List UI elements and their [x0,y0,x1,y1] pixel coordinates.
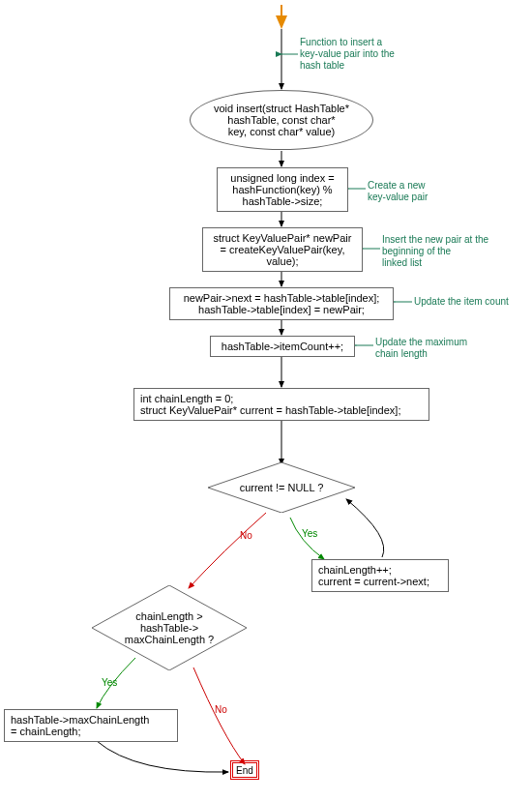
node-incr: hashTable->itemCount++; [210,336,355,357]
node-incr-text: hashTable->itemCount++; [222,341,343,352]
annot-insert-list: Insert the new pair at the beginning of … [382,234,517,269]
node-index: unsigned long index = hashFunction(key) … [217,167,348,212]
label-cond2-no: No [215,704,227,715]
node-newpair-text: struct KeyValuePair* newPair = createKey… [214,232,352,267]
node-loopbody: chainLength++; current = current->next; [311,559,449,592]
node-assign: newPair->next = hashTable->table[index];… [169,287,394,320]
node-cond1-text: current != NULL ? [240,482,324,493]
node-end-text: End [236,765,253,776]
node-signature: void insert(struct HashTable* hashTable,… [190,90,373,150]
node-cond2: chainLength > hashTable-> maxChainLength… [92,585,247,670]
label-cond2-yes: Yes [102,677,117,688]
node-setmax-text: hashTable->maxChainLength = chainLength; [11,714,149,737]
node-cond2-text: chainLength > hashTable-> maxChainLength… [125,610,214,645]
label-cond1-yes: Yes [302,528,317,539]
annot-start: Function to insert a key-value pair into… [300,37,416,72]
node-assign-text: newPair->next = hashTable->table[index];… [184,292,380,315]
node-setmax: hashTable->maxChainLength = chainLength; [4,709,178,742]
node-index-text: unsigned long index = hashFunction(key) … [230,172,334,207]
node-chaininit: int chainLength = 0; struct KeyValuePair… [133,388,429,421]
annot-update-count: Update the item count [414,296,530,308]
annot-update-maxchain: Update the maximum chain length [375,337,501,360]
node-end: End [230,760,259,780]
node-cond1: current != NULL ? [208,462,355,513]
annot-create-pair: Create a new key-value pair [368,180,455,203]
node-loopbody-text: chainLength++; current = current->next; [318,564,429,587]
label-cond1-no: No [240,530,252,541]
node-signature-text: void insert(struct HashTable* hashTable,… [214,103,349,137]
node-chaininit-text: int chainLength = 0; struct KeyValuePair… [140,393,400,416]
node-newpair: struct KeyValuePair* newPair = createKey… [202,227,363,272]
